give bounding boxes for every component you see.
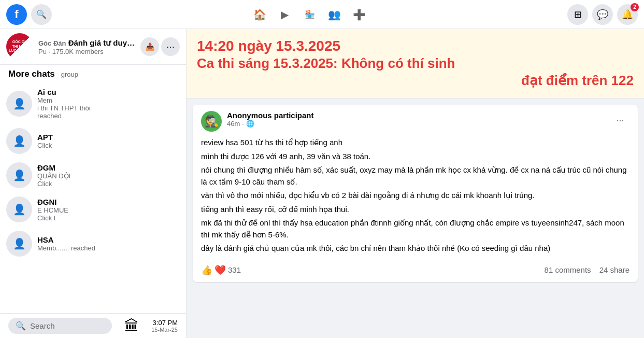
incognito-icon: 🕵 xyxy=(205,115,219,128)
pinned-chat-preview: Pu · 175.0K members xyxy=(38,48,135,55)
post-author-info: Anonymous participant 46m · 🌐 xyxy=(227,111,606,128)
bottom-clock: 3:07 PM 15-Mar-25 xyxy=(151,319,178,333)
post-line-3: nói chung thì đlượng nhiều hàm số, xác s… xyxy=(201,164,629,188)
chat-item-info: ĐGNI E HCMUE Click t xyxy=(37,198,180,222)
chat-item-sub-preview: Click xyxy=(37,180,180,188)
nav-right-buttons: ⊞ 💬 🔔 2 xyxy=(567,4,638,25)
archive-icon: 📥 xyxy=(146,43,154,51)
chat-item-name: APT xyxy=(37,133,180,142)
post-reactions: 👍 ❤️ 331 xyxy=(201,264,241,276)
post-meta: 46m · 🌐 xyxy=(227,120,606,128)
chat-actions: 📥 ⋯ xyxy=(140,37,180,56)
left-sidebar: GÓC ONTHI NĂMLUCAN LỰA Góc Đán Đánh giá … xyxy=(0,29,187,338)
post-line-2: mình thi được 126 với 49 anh, 39 văn và … xyxy=(201,151,629,163)
like-reaction: 👍 xyxy=(201,264,212,276)
more-options-button[interactable]: ⋯ xyxy=(161,37,180,56)
archive-button[interactable]: 📥 xyxy=(140,37,159,56)
post-more-button[interactable]: ··· xyxy=(611,111,629,130)
post-body: review hsa 501 từ hs thi tổ hợp tiếng an… xyxy=(201,137,629,255)
chat-item-name: HSA xyxy=(37,235,180,244)
search-box[interactable]: 🔍 Search xyxy=(8,318,112,334)
nav-center-buttons: 🏠 ▶ 🏪 👥 ➕ xyxy=(249,3,371,26)
search-placeholder: Search xyxy=(30,321,55,330)
chat-item-info: Ai cu Mem i thi TN THPT thôi reached xyxy=(37,88,180,120)
groups-icon: 👥 xyxy=(328,8,341,21)
right-content: 14:20 ngày 15.3.2025 Ca thi sáng 15.3.20… xyxy=(187,29,644,338)
announcement-banner: 14:20 ngày 15.3.2025 Ca thi sáng 15.3.20… xyxy=(187,29,644,98)
chat-item-preview: E HCMUE xyxy=(37,206,180,214)
chat-item-name: ĐGM xyxy=(37,163,180,172)
avatar: 👤 xyxy=(6,196,32,222)
chat-item-name: Ai cu xyxy=(37,88,180,96)
announcement-line1: 14:20 ngày 15.3.2025 xyxy=(197,37,634,55)
avatar: 👤 xyxy=(6,128,32,154)
dots-icon: ··· xyxy=(616,115,624,126)
grid-icon: ⊞ xyxy=(574,9,582,20)
pinned-chat-avatar: GÓC ONTHI NĂMLUCAN LỰA xyxy=(6,33,33,60)
list-item[interactable]: 👤 Ai cu Mem i thi TN THPT thôi reached xyxy=(0,83,186,124)
home-button[interactable]: 🏠 xyxy=(249,3,271,26)
search-icon: 🔍 xyxy=(36,9,47,19)
sidebar-bottom-bar: 🔍 Search 🏛 3:07 PM 15-Mar-25 xyxy=(0,313,186,338)
announcement-line2: Ca thi sáng 15.3.2025: Không có thí sinh… xyxy=(197,55,634,90)
shares-count[interactable]: 24 share xyxy=(599,265,629,274)
chat-item-info: ĐGM QUÂN ĐỘI Click xyxy=(37,163,180,188)
user-icon: 👤 xyxy=(13,135,26,147)
video-icon: ▶ xyxy=(281,8,289,21)
pinned-chat-item[interactable]: GÓC ONTHI NĂMLUCAN LỰA Góc Đán Đánh giá … xyxy=(0,29,186,65)
current-date: 15-Mar-25 xyxy=(151,327,178,333)
add-button[interactable]: ➕ xyxy=(348,3,371,26)
section-headers: More chats group xyxy=(0,65,186,83)
post-stats: 81 comments 24 share xyxy=(545,265,629,274)
group-label: group xyxy=(61,71,78,78)
chat-item-preview: Click xyxy=(37,142,180,149)
messenger-button[interactable]: 💬 xyxy=(592,4,613,25)
user-icon: 👤 xyxy=(13,97,26,110)
list-item[interactable]: 👤 ĐGM QUÂN ĐỘI Click xyxy=(0,158,186,192)
chat-list: 👤 Ai cu Mem i thi TN THPT thôi reached 👤… xyxy=(0,83,186,313)
comments-count[interactable]: 81 comments xyxy=(545,265,591,274)
chat-item-preview2: i thi TN THPT thôi xyxy=(37,104,180,112)
list-item[interactable]: 👤 APT Click xyxy=(0,124,186,158)
notifications-button[interactable]: 🔔 2 xyxy=(617,4,638,25)
post-footer: 👍 ❤️ 331 81 comments 24 share xyxy=(201,260,629,276)
add-icon: ➕ xyxy=(353,8,366,21)
pinned-chat-name: Góc Đán Đánh giá tư duy - ăng lực - THPT… xyxy=(38,38,135,48)
more-chats-title: More chats xyxy=(8,69,55,79)
post-line-7: đây là đánh giá chủ quan của mk thôi, cá… xyxy=(201,243,629,255)
list-item[interactable]: 👤 HSA Memb....... reached xyxy=(0,227,186,261)
chat-item-sub-preview: Click t xyxy=(37,214,180,222)
heart-reaction: ❤️ xyxy=(214,264,226,276)
post-area: 🕵 Anonymous participant 46m · 🌐 ··· xyxy=(187,98,644,338)
building-icon: 🏛 xyxy=(124,317,139,334)
pinned-chat-info: Góc Đán Đánh giá tư duy - ăng lực - THPT… xyxy=(38,38,135,55)
post-header: 🕵 Anonymous participant 46m · 🌐 ··· xyxy=(201,111,629,132)
user-icon: 👤 xyxy=(13,169,26,181)
marketplace-button[interactable]: 🏪 xyxy=(298,3,321,26)
chat-item-name: ĐGNI xyxy=(37,198,180,206)
bottom-center: 🏛 xyxy=(124,317,139,334)
chat-item-info: HSA Memb....... reached xyxy=(37,235,180,252)
post-line-1: review hsa 501 từ hs thi tổ hợp tiếng an… xyxy=(201,137,629,149)
user-icon: 👤 xyxy=(13,203,26,216)
marketplace-icon: 🏪 xyxy=(305,9,315,19)
ellipsis-icon: ⋯ xyxy=(166,42,175,52)
post-author-name: Anonymous participant xyxy=(227,111,606,120)
avatar: 👤 xyxy=(6,231,32,257)
chat-item-preview: QUÂN ĐỘI xyxy=(37,172,180,180)
post-line-5: tiếng anh thì easy rồi, cỡ đề minh họa t… xyxy=(201,204,629,216)
chat-item-preview: Mem xyxy=(37,96,180,104)
search-icon: 🔍 xyxy=(16,321,26,331)
reaction-count: 331 xyxy=(228,265,241,274)
post-line-4: văn thì vô thơ mới nhiều, đọc hiểu vb có… xyxy=(201,190,629,202)
chat-item-preview3: reached xyxy=(37,112,180,120)
groups-button[interactable]: 👥 xyxy=(323,3,346,26)
search-button[interactable]: 🔍 xyxy=(31,4,52,25)
post-avatar: 🕵 xyxy=(201,111,222,132)
list-item[interactable]: 👤 ĐGNI E HCMUE Click t xyxy=(0,192,186,227)
grid-button[interactable]: ⊞ xyxy=(567,4,588,25)
avatar-image: GÓC ONTHI NĂMLUCAN LỰA xyxy=(6,33,33,60)
video-button[interactable]: ▶ xyxy=(274,3,296,26)
top-navigation: f 🔍 🏠 ▶ 🏪 👥 ➕ ⊞ 💬 🔔 2 xyxy=(0,0,644,29)
avatar: 👤 xyxy=(6,91,32,117)
